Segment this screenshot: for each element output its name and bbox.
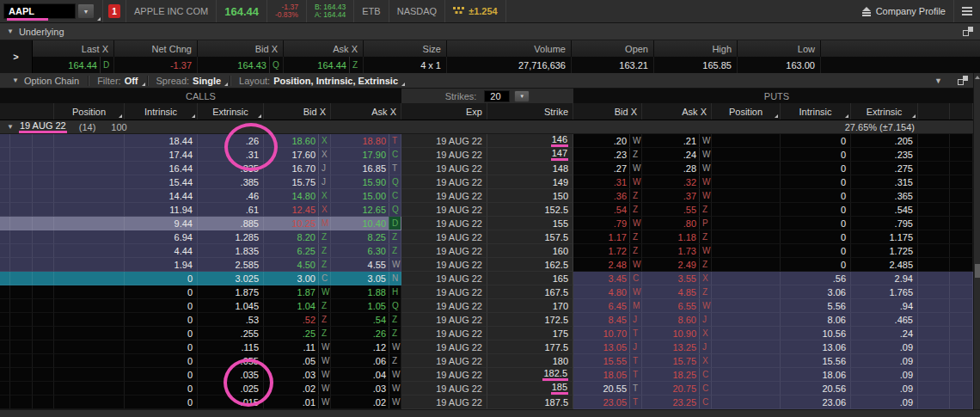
call-extrinsic-cell[interactable]: 1.875: [198, 285, 264, 299]
call-extrinsic-cell[interactable]: .61: [198, 203, 264, 217]
call-ask-cell[interactable]: .12W: [331, 340, 401, 354]
put-ask-cell[interactable]: 18.25C: [642, 368, 712, 382]
put-extrinsic-cell[interactable]: .795: [851, 217, 918, 230]
call-extrinsic-cell[interactable]: 1.835: [198, 244, 264, 258]
call-intrinsic-cell[interactable]: 1.94: [125, 258, 198, 272]
put-ask-cell[interactable]: .28W: [642, 162, 712, 175]
put-ask-cell[interactable]: 2.49Z: [642, 258, 712, 272]
call-bid-cell[interactable]: 12.45X: [264, 203, 331, 217]
underlying-column-header[interactable]: Volume: [447, 40, 572, 57]
column-header[interactable]: Bid X: [264, 103, 331, 120]
exp-cell[interactable]: 19 AUG 22: [401, 175, 487, 189]
put-position-cell[interactable]: [712, 285, 781, 299]
strike-cell[interactable]: 185: [487, 382, 573, 396]
put-ask-cell[interactable]: 4.85Z: [642, 285, 712, 299]
exp-cell[interactable]: 19 AUG 22: [401, 230, 487, 244]
put-extrinsic-cell[interactable]: .09: [851, 382, 918, 396]
detach-icon[interactable]: [958, 76, 968, 85]
call-position-cell[interactable]: [54, 299, 125, 313]
put-intrinsic-cell[interactable]: 0: [781, 203, 851, 217]
call-bid-cell[interactable]: 8.20Z: [264, 230, 331, 244]
call-intrinsic-cell[interactable]: 0: [125, 368, 198, 382]
call-ask-cell[interactable]: 16.85T: [331, 162, 401, 175]
put-intrinsic-cell[interactable]: 0: [781, 258, 851, 272]
call-position-cell[interactable]: [54, 313, 125, 327]
underlying-column-header[interactable]: Size: [364, 40, 447, 57]
call-bid-cell[interactable]: .01W: [264, 396, 331, 409]
call-ask-cell[interactable]: .06Z: [331, 354, 401, 368]
put-extrinsic-cell[interactable]: .365: [851, 189, 918, 203]
put-intrinsic-cell[interactable]: 13.06: [781, 340, 851, 354]
strikes-dropdown-button[interactable]: ▼: [514, 90, 530, 102]
detach-icon[interactable]: [963, 27, 973, 36]
call-position-cell[interactable]: [54, 382, 125, 396]
put-position-cell[interactable]: [712, 272, 781, 285]
exp-cell[interactable]: 19 AUG 22: [401, 313, 487, 327]
put-intrinsic-cell[interactable]: 0: [781, 175, 851, 189]
call-bid-cell[interactable]: .52Z: [264, 313, 331, 327]
put-extrinsic-cell[interactable]: .09: [851, 368, 918, 382]
exp-cell[interactable]: 19 AUG 22: [401, 354, 487, 368]
underlying-column-header[interactable]: High: [654, 40, 738, 57]
call-position-cell[interactable]: [54, 230, 125, 244]
underlying-column-header[interactable]: Net Chng: [114, 40, 198, 57]
column-header[interactable]: Bid X: [573, 103, 642, 120]
put-bid-cell[interactable]: 2.48W: [573, 258, 642, 272]
call-intrinsic-cell[interactable]: 0: [125, 340, 198, 354]
put-position-cell[interactable]: [712, 299, 781, 313]
put-extrinsic-cell[interactable]: 2.94: [851, 272, 918, 285]
put-ask-cell[interactable]: 8.60J: [642, 313, 712, 327]
company-profile-button[interactable]: Company Profile: [854, 0, 954, 22]
strike-cell[interactable]: 162.5: [487, 258, 573, 272]
call-position-cell[interactable]: [54, 272, 125, 285]
call-bid-cell[interactable]: 3.00C: [264, 272, 331, 285]
call-extrinsic-cell[interactable]: .025: [198, 382, 264, 396]
underlying-column-header[interactable]: Bid X: [198, 40, 284, 57]
underlying-column-header[interactable]: Low: [738, 40, 821, 57]
symbol-input[interactable]: [3, 3, 76, 19]
put-bid-cell[interactable]: 1.72Z: [573, 244, 642, 258]
underlying-column-header[interactable]: Open: [572, 40, 654, 57]
put-intrinsic-cell[interactable]: 23.06: [781, 396, 851, 409]
put-extrinsic-cell[interactable]: .235: [851, 148, 918, 162]
call-ask-cell[interactable]: 8.25Z: [331, 230, 401, 244]
put-bid-cell[interactable]: 6.45M: [573, 299, 642, 313]
call-bid-cell[interactable]: 16.70J: [264, 162, 331, 175]
call-intrinsic-cell[interactable]: 0: [125, 299, 198, 313]
column-header[interactable]: Ask X: [642, 103, 712, 120]
exp-cell[interactable]: 19 AUG 22: [401, 162, 487, 175]
call-ask-cell[interactable]: 18.80T: [331, 134, 401, 148]
put-extrinsic-cell[interactable]: .09: [851, 396, 918, 409]
put-bid-cell[interactable]: 4.80W: [573, 285, 642, 299]
call-bid-cell[interactable]: 15.75J: [264, 175, 331, 189]
call-intrinsic-cell[interactable]: 11.94: [125, 203, 198, 217]
put-ask-cell[interactable]: 23.25C: [642, 396, 712, 409]
call-intrinsic-cell[interactable]: 0: [125, 272, 198, 285]
call-position-cell[interactable]: [54, 258, 125, 272]
call-bid-cell[interactable]: 1.87W: [264, 285, 331, 299]
call-intrinsic-cell[interactable]: 16.44: [125, 162, 198, 175]
call-intrinsic-cell[interactable]: 0: [125, 327, 198, 340]
call-position-cell[interactable]: [54, 217, 125, 230]
call-position-cell[interactable]: [54, 162, 125, 175]
call-extrinsic-cell[interactable]: .53: [198, 313, 264, 327]
strike-cell[interactable]: 167.5: [487, 285, 573, 299]
put-extrinsic-cell[interactable]: .315: [851, 175, 918, 189]
put-ask-cell[interactable]: 1.73W: [642, 244, 712, 258]
call-position-cell[interactable]: [54, 354, 125, 368]
put-bid-cell[interactable]: .54Z: [573, 203, 642, 217]
call-bid-cell[interactable]: 10.25M: [264, 217, 331, 230]
call-ask-cell[interactable]: 3.05N: [331, 272, 401, 285]
put-position-cell[interactable]: [712, 258, 781, 272]
put-ask-cell[interactable]: 10.90X: [642, 327, 712, 340]
call-extrinsic-cell[interactable]: 3.025: [198, 272, 264, 285]
call-ask-cell[interactable]: 10.40D: [331, 217, 401, 230]
exp-cell[interactable]: 19 AUG 22: [401, 272, 487, 285]
call-intrinsic-cell[interactable]: 17.44: [125, 148, 198, 162]
put-intrinsic-cell[interactable]: 15.56: [781, 354, 851, 368]
call-bid-cell[interactable]: 1.04Z: [264, 299, 331, 313]
put-extrinsic-cell[interactable]: 1.175: [851, 230, 918, 244]
call-bid-cell[interactable]: .11W: [264, 340, 331, 354]
exp-cell[interactable]: 19 AUG 22: [401, 189, 487, 203]
exp-cell[interactable]: 19 AUG 22: [401, 134, 487, 148]
